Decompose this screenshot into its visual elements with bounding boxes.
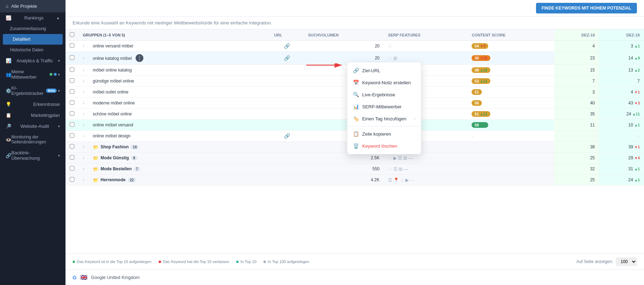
- sidebar-group-ki[interactable]: ⚙️ KI-Ergebnistracker Beta ▾: [0, 82, 65, 99]
- url-cell: [270, 153, 304, 164]
- group-name-cell: 📁 Shop Fashion 16: [89, 142, 270, 153]
- group-name-cell: 📁 Herrenmode 22: [89, 175, 270, 186]
- home-icon: ⌂: [6, 4, 8, 9]
- sidebar-group-marketingplan[interactable]: 📋 Marketingplan: [0, 110, 65, 121]
- main-body: Erkunde eine Auswahl an Keywords mit nie…: [65, 17, 644, 253]
- expand-cell[interactable]: ›: [79, 153, 89, 164]
- context-menu-item-ziel-url[interactable]: 🔗 Ziel-URL: [347, 64, 421, 76]
- tag-label: Einen Tag hinzufügen: [362, 116, 406, 121]
- context-menu-item-live[interactable]: 🔍 Live-Ergebnisse: [347, 89, 421, 101]
- score-badge: 39 ▲15: [472, 67, 490, 73]
- expand-cell[interactable]: ›: [79, 76, 89, 87]
- score-delta: ▼4: [480, 44, 485, 48]
- sidebar-item-detailliert[interactable]: Detailliert: [3, 34, 63, 45]
- sidebar-group-monitoring[interactable]: 👁️ Monitoring der Seitenänderungen: [0, 132, 65, 147]
- expand-cell[interactable]: ›: [79, 120, 89, 131]
- detailliert-label: Detailliert: [13, 37, 30, 42]
- list-icon: ☰: [398, 155, 402, 161]
- row-checkbox[interactable]: [70, 111, 74, 116]
- sidebar-item-historische-daten[interactable]: Historische Daten: [0, 45, 65, 55]
- sidebar-group-website-audit[interactable]: 🔎 Website-Audit ▾: [0, 121, 65, 132]
- video-icon: ▶: [405, 177, 409, 183]
- mitbewerber-icon: 👥: [6, 72, 11, 77]
- legend-item-top10-up: Das Keyword ist in die Top 10 aufgestieg…: [73, 260, 152, 264]
- row-checkbox[interactable]: [70, 67, 74, 72]
- context-menu-item-notiz[interactable]: 📅 Keyword-Notiz erstellen: [347, 76, 421, 89]
- copy-label: Zeile kopieren: [362, 131, 391, 137]
- dez19-cell: 14 ▲9: [599, 52, 644, 65]
- url-cell: [270, 109, 304, 120]
- url-link-icon[interactable]: 🔗: [284, 55, 290, 61]
- dez19-column-header: DEZ-19: [599, 29, 644, 41]
- expand-cell[interactable]: ›: [79, 52, 89, 65]
- expand-cell[interactable]: ›: [79, 87, 89, 98]
- sidebar-group-mitbewerber[interactable]: 👥 Meine Mitbewerber ▾: [0, 66, 65, 82]
- legend-dot-green: [73, 261, 75, 263]
- group-checkbox[interactable]: [70, 177, 74, 182]
- row-checkbox[interactable]: [70, 122, 74, 127]
- dez19-cell: 31 ▲1: [599, 164, 644, 175]
- sidebar-group-backlink[interactable]: 🔗 Backlink-Überwachung ▾: [0, 147, 65, 164]
- sidebar-group-analytics[interactable]: 📊 Analytics & Traffic ▾: [0, 55, 65, 66]
- mitbewerber-chevron: ▾: [58, 73, 60, 76]
- calendar-menu-icon: 📅: [353, 80, 359, 85]
- row-checkbox[interactable]: [70, 43, 74, 48]
- sidebar-item-zusammenfassung[interactable]: Zusammenfassung: [0, 23, 65, 34]
- folder-icon: 📁: [93, 166, 98, 172]
- expand-cell[interactable]: ›: [79, 164, 89, 175]
- per-page-select[interactable]: 100 50 25: [616, 257, 637, 266]
- row-context-menu-button[interactable]: ⋮: [136, 54, 143, 62]
- dez19-cell: -: [599, 131, 644, 142]
- expand-cell[interactable]: ›: [79, 109, 89, 120]
- context-menu-item-tag[interactable]: 🏷️ Einen Tag hinzufügen ›: [347, 113, 421, 125]
- expand-cell[interactable]: ›: [79, 142, 89, 153]
- group-count: 7: [134, 167, 140, 171]
- expand-cell[interactable]: ›: [79, 41, 89, 52]
- legend-dot-red: [159, 261, 161, 263]
- sidebar-group-erkenntnisse[interactable]: 💡 Erkenntnisse: [0, 99, 65, 110]
- analytics-chevron: ▾: [58, 59, 60, 63]
- select-all-checkbox[interactable]: [70, 32, 74, 37]
- dez19-delta: ▲11: [632, 112, 640, 116]
- search-menu-icon: 🔍: [353, 92, 359, 97]
- url-cell: [270, 142, 304, 153]
- dez19-cell: 43 ▼3: [599, 98, 644, 109]
- group-checkbox[interactable]: [70, 166, 74, 171]
- dez19-delta: ▲1: [634, 167, 640, 171]
- sidebar-group-rankings[interactable]: 📈 Rankings ▲: [0, 12, 65, 23]
- main-content: FINDE KEYWORDS MIT HOHEM POTENZIAL Erkun…: [65, 0, 644, 285]
- url-link-icon[interactable]: 🔗: [284, 133, 290, 139]
- dez19-delta: ▼3: [634, 101, 640, 105]
- expand-cell[interactable]: ›: [79, 65, 89, 76]
- score-cell: [467, 164, 554, 175]
- dez19-delta: ▲2: [634, 68, 640, 72]
- score-badge: 56: [472, 100, 481, 106]
- expand-cell[interactable]: ›: [79, 98, 89, 109]
- notiz-label: Keyword-Notiz erstellen: [362, 80, 411, 85]
- row-checkbox[interactable]: [70, 133, 74, 138]
- score-cell: 39 ▲15: [467, 65, 554, 76]
- per-page-label: Auf Seite anzeigen:: [576, 259, 613, 264]
- rankings-icon: 📈: [6, 15, 11, 21]
- link-menu-icon: 🔗: [353, 68, 359, 73]
- row-checkbox[interactable]: [70, 100, 74, 105]
- row-checkbox[interactable]: [70, 78, 74, 83]
- marketingplan-label: Marketingplan: [31, 113, 60, 118]
- context-menu-item-serp[interactable]: 📊 SERP-Mitbewerber: [347, 101, 421, 113]
- expand-cell[interactable]: ›: [79, 175, 89, 186]
- context-menu-item-copy[interactable]: 📋 Zeile kopieren: [347, 128, 421, 140]
- website-audit-chevron: ▾: [58, 124, 60, 128]
- find-keywords-button[interactable]: FINDE KEYWORDS MIT HOHEM POTENZIAL: [536, 3, 637, 13]
- expand-cell[interactable]: ›: [79, 131, 89, 142]
- row-checkbox[interactable]: [70, 89, 74, 94]
- list-icon: ☰: [393, 166, 398, 172]
- group-checkbox[interactable]: [70, 144, 74, 149]
- row-checkbox[interactable]: [70, 55, 74, 60]
- backlink-icon: 🔗: [6, 153, 11, 158]
- url-link-icon[interactable]: 🔗: [284, 43, 290, 49]
- sidebar-project-link[interactable]: ⌂ Alle Projekte: [0, 0, 65, 12]
- group-checkbox[interactable]: [70, 155, 74, 160]
- group-row-mode-bestellen: › 📁 Mode Bestellen 7 550 ☆: [65, 164, 644, 175]
- score-cell: [467, 153, 554, 164]
- context-menu-item-delete[interactable]: 🗑️ Keyword löschen: [347, 140, 421, 152]
